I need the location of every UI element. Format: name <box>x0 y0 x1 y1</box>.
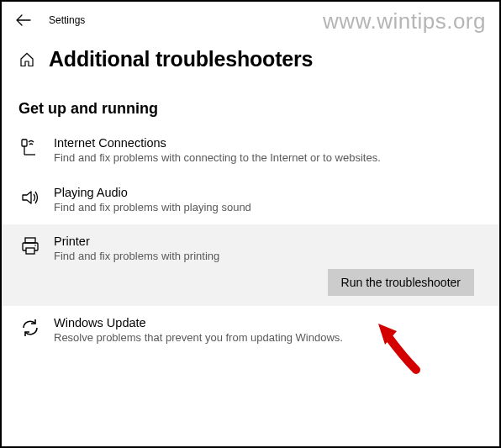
update-icon <box>18 318 42 338</box>
ts-item-desc: Resolve problems that prevent you from u… <box>54 330 407 345</box>
ts-item-desc: Find and fix problems with connecting to… <box>54 150 407 166</box>
ts-item-windows-update[interactable]: Windows Update Resolve problems that pre… <box>2 306 499 356</box>
svg-rect-3 <box>25 238 35 243</box>
svg-rect-0 <box>22 140 27 146</box>
ts-item-printer[interactable]: Printer Find and fix problems with print… <box>2 224 499 306</box>
page-header: Additional troubleshooters <box>2 34 499 78</box>
back-button[interactable] <box>13 10 34 30</box>
watermark-text: www.wintips.org <box>323 8 486 34</box>
ts-item-audio[interactable]: Playing Audio Find and fix problems with… <box>2 176 499 225</box>
ts-item-internet[interactable]: Internet Connections Find and fix proble… <box>2 126 499 176</box>
settings-label: Settings <box>49 14 85 26</box>
home-icon[interactable] <box>18 51 35 68</box>
svg-rect-5 <box>26 248 34 254</box>
ts-item-title: Internet Connections <box>54 136 407 150</box>
ts-item-title: Windows Update <box>54 316 407 329</box>
run-troubleshooter-button[interactable]: Run the troubleshooter <box>328 269 474 296</box>
ts-item-desc: Find and fix problems with playing sound <box>54 200 407 215</box>
printer-icon <box>18 236 42 256</box>
troubleshooter-list: Internet Connections Find and fix proble… <box>2 126 499 355</box>
internet-icon <box>18 138 42 158</box>
arrow-left-icon <box>16 14 31 26</box>
section-title: Get up and running <box>2 78 499 126</box>
ts-item-title: Playing Audio <box>54 186 407 199</box>
svg-point-6 <box>34 245 36 246</box>
page-title: Additional troubleshooters <box>49 47 313 71</box>
ts-item-desc: Find and fix problems with printing <box>54 249 407 264</box>
audio-icon <box>18 187 42 208</box>
ts-item-title: Printer <box>54 235 407 248</box>
